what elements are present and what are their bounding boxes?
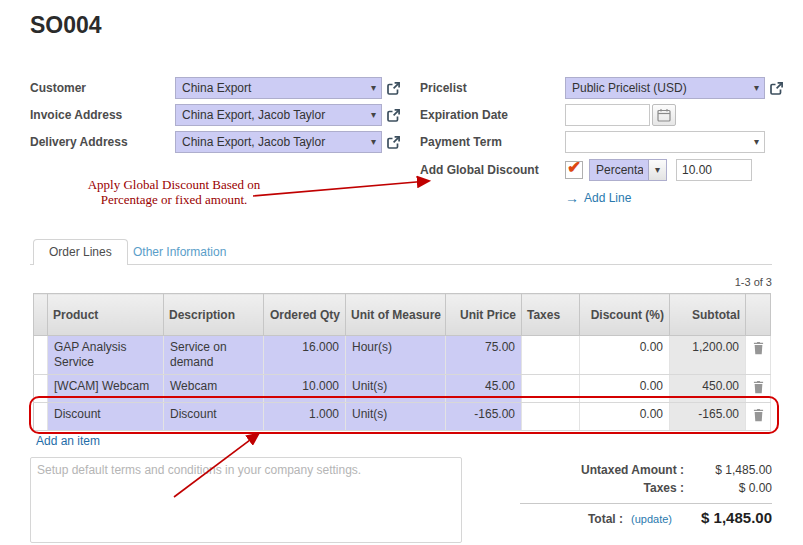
global-discount-label: Add Global Discount [420,163,565,177]
page-title: SO004 [30,12,102,39]
payment-term-select[interactable]: ▾ [565,131,765,153]
field-row-delivery-address: Delivery Address China Export, Jacob Tay… [30,130,450,154]
customer-label: Customer [30,81,175,95]
cell-discount[interactable]: 0.00 [580,403,670,431]
external-link-icon[interactable] [386,81,401,96]
order-lines-table: Product Description Ordered Qty Unit of … [33,293,771,431]
add-item-link[interactable]: Add an item [36,434,100,448]
delete-line-icon[interactable] [746,403,771,431]
row-handle[interactable] [34,336,48,375]
chevron-down-icon: ▾ [371,137,376,147]
expiration-date-input[interactable] [565,104,650,126]
field-row-invoice-address: Invoice Address China Export, Jacob Tayl… [30,103,450,127]
order-line-row[interactable]: [WCAM] Webcam Webcam 10.000 Unit(s) 45.0… [34,375,771,403]
pager[interactable]: 1-3 of 3 [735,276,772,288]
invoice-address-value: China Export, Jacob Taylor [182,108,366,122]
header-discount: Discount (%) [580,294,670,336]
cell-description[interactable]: Discount [164,403,264,431]
field-row-pricelist: Pricelist Public Pricelist (USD) ▾ [420,76,803,100]
delivery-address-select[interactable]: China Export, Jacob Taylor ▾ [175,131,382,153]
sale-order-form: SO004 Customer China Export ▾ Invoice Ad… [0,0,803,545]
totals-divider [520,503,772,504]
calendar-icon[interactable] [652,104,676,126]
cell-description[interactable]: Service on demand [164,336,264,375]
delivery-address-value: China Export, Jacob Taylor [182,135,366,149]
cell-product[interactable]: [WCAM] Webcam [48,375,164,403]
cell-discount[interactable]: 0.00 [580,375,670,403]
chevron-down-icon: ▾ [371,83,376,93]
cell-ordered-qty[interactable]: 10.000 [264,375,346,403]
cell-product[interactable]: Discount [48,403,164,431]
cell-unit-price[interactable]: -165.00 [446,403,522,431]
cell-unit-of-measure[interactable]: Unit(s) [346,375,446,403]
table-header-row: Product Description Ordered Qty Unit of … [34,294,771,336]
order-line-row-discount[interactable]: Discount Discount 1.000 Unit(s) -165.00 … [34,403,771,431]
cell-discount[interactable]: 0.00 [580,336,670,375]
external-link-icon[interactable] [386,135,401,150]
row-handle-header [34,294,48,336]
cell-taxes[interactable] [522,403,580,431]
header-taxes: Taxes [522,294,580,336]
header-unit-price: Unit Price [446,294,522,336]
checkmark-icon: ✔ [567,157,581,178]
customer-select[interactable]: China Export ▾ [175,77,382,99]
delete-line-icon[interactable] [746,375,771,403]
untaxed-amount-value: $ 1,485.00 [684,463,772,477]
untaxed-amount-row: Untaxed Amount : $ 1,485.00 [520,461,772,479]
cell-ordered-qty[interactable]: 1.000 [264,403,346,431]
select-arrow-button[interactable]: ▾ [648,160,666,180]
chevron-down-icon: ▾ [371,110,376,120]
annotation-arrow-global-discount [253,181,428,196]
total-value: $ 1,485.00 [672,509,772,526]
header-actions [746,294,771,336]
cell-unit-price[interactable]: 75.00 [446,336,522,375]
pricelist-label: Pricelist [420,81,565,95]
header-unit-of-measure: Unit of Measure [346,294,446,336]
tab-order-lines[interactable]: Order Lines [33,239,128,265]
chevron-down-icon: ▾ [754,83,759,93]
cell-product[interactable]: GAP Analysis Service [48,336,164,375]
cell-ordered-qty[interactable]: 16.000 [264,336,346,375]
untaxed-amount-label: Untaxed Amount : [520,463,684,477]
order-line-row[interactable]: GAP Analysis Service Service on demand 1… [34,336,771,375]
delivery-address-label: Delivery Address [30,135,175,149]
cell-unit-of-measure[interactable]: Unit(s) [346,403,446,431]
taxes-value: $ 0.00 [684,481,772,495]
chevron-down-icon: ▾ [655,165,660,175]
totals-section: Untaxed Amount : $ 1,485.00 Taxes : $ 0.… [520,461,772,528]
cell-description[interactable]: Webcam [164,375,264,403]
tab-divider [30,264,772,265]
delete-line-icon[interactable] [746,336,771,375]
add-line-button[interactable]: → Add Line [565,190,631,206]
global-discount-checkbox[interactable]: ✔ [565,161,583,179]
chevron-down-icon: ▾ [754,137,759,147]
discount-type-select[interactable]: Percentage ▾ [589,159,667,181]
cell-unit-of-measure[interactable]: Hour(s) [346,336,446,375]
cell-taxes[interactable] [522,336,580,375]
terms-textarea[interactable] [30,457,462,543]
update-link[interactable]: (update) [631,513,672,525]
cell-taxes[interactable] [522,375,580,403]
cell-unit-price[interactable]: 45.00 [446,375,522,403]
total-row: Total : (update) $ 1,485.00 [520,507,772,528]
external-link-icon[interactable] [769,81,784,96]
arrow-right-icon: → [565,190,579,206]
discount-amount-input[interactable] [676,159,752,181]
row-handle[interactable] [34,403,48,431]
invoice-address-label: Invoice Address [30,108,175,122]
field-row-expiration-date: Expiration Date [420,103,803,127]
annotation-line-2: Percentage or fixed amount. [83,192,265,207]
tab-other-information[interactable]: Other Information [133,245,226,259]
external-link-icon[interactable] [386,108,401,123]
row-handle[interactable] [34,375,48,403]
annotation-global-discount: Apply Global Discount Based on Percentag… [83,177,265,207]
header-description: Description [164,294,264,336]
header-subtotal: Subtotal [670,294,746,336]
discount-type-value: Percentage [596,163,643,177]
pricelist-select[interactable]: Public Pricelist (USD) ▾ [565,77,765,99]
cell-subtotal: 1,200.00 [670,336,746,375]
field-row-payment-term: Payment Term ▾ [420,130,803,154]
expiration-date-label: Expiration Date [420,108,565,122]
invoice-address-select[interactable]: China Export, Jacob Taylor ▾ [175,104,382,126]
customer-value: China Export [182,81,366,95]
